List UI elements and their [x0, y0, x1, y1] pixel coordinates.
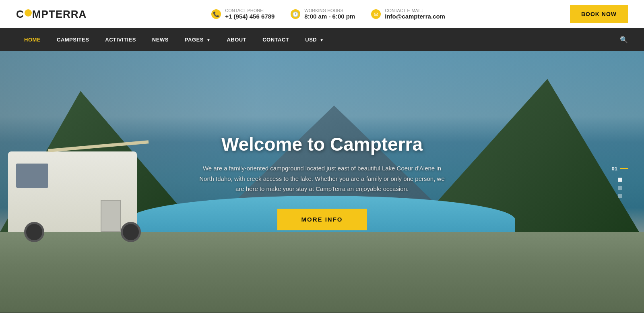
- search-icon[interactable]: 🔍: [620, 36, 628, 44]
- logo[interactable]: CMPTERRA: [16, 8, 87, 21]
- rv-awning: [48, 140, 149, 152]
- hero-title: Welcome to Campterra: [197, 133, 447, 155]
- nav-item-usd[interactable]: USD ▼: [297, 29, 332, 50]
- rv-vehicle: [0, 103, 153, 244]
- hero-content: Welcome to Campterra We are a family-ori…: [197, 133, 447, 230]
- slide-dot-2[interactable]: [618, 186, 622, 190]
- nav-link-activities[interactable]: ACTIVITIES: [97, 29, 144, 50]
- hours-text: Working hours: 8:00 am - 6:00 pm: [304, 8, 355, 20]
- nav-item-home[interactable]: HOME: [16, 29, 49, 50]
- email-text: Contact e-mail: info@campterra.com: [385, 8, 445, 20]
- book-now-button[interactable]: BOOK NOW: [570, 5, 628, 23]
- slide-indicators: 01: [612, 166, 628, 198]
- slide-dot-1[interactable]: [618, 178, 622, 182]
- nav-link-campsites[interactable]: CAMPSITES: [49, 29, 97, 50]
- nav-item-activities[interactable]: ACTIVITIES: [97, 29, 144, 50]
- nav-link-contact[interactable]: CONTACT: [254, 29, 297, 50]
- clock-icon: 🕐: [291, 9, 300, 19]
- hours-value: 8:00 am - 6:00 pm: [304, 13, 355, 20]
- nav-link-home[interactable]: HOME: [16, 29, 49, 50]
- phone-label: Contact phone:: [225, 8, 275, 13]
- more-info-button[interactable]: MORE INFO: [277, 209, 367, 230]
- usd-arrow-icon: ▼: [320, 38, 324, 42]
- email-info: ✉ Contact e-mail: info@campterra.com: [371, 8, 445, 20]
- rv-wheel-right: [121, 222, 141, 242]
- hero-section: Welcome to Campterra We are a family-ori…: [0, 51, 644, 313]
- navbar: HOME CAMPSITES ACTIVITIES NEWS PAGES ▼ A…: [0, 28, 644, 51]
- email-icon: ✉: [371, 9, 381, 19]
- phone-info: 📞 Contact phone: +1 (954) 456 6789: [211, 8, 275, 20]
- phone-text: Contact phone: +1 (954) 456 6789: [225, 8, 275, 20]
- hero-description: We are a family-oriented campground loca…: [197, 163, 447, 194]
- slide-dot-3[interactable]: [618, 194, 622, 198]
- slide-number: 01: [612, 166, 628, 172]
- nav-item-campsites[interactable]: CAMPSITES: [49, 29, 97, 50]
- nav-links: HOME CAMPSITES ACTIVITIES NEWS PAGES ▼ A…: [16, 29, 332, 50]
- hours-label: Working hours:: [304, 8, 355, 13]
- slide-line: [620, 168, 628, 169]
- nav-link-news[interactable]: NEWS: [144, 29, 177, 50]
- email-address: info@campterra.com: [385, 13, 445, 20]
- nav-item-pages[interactable]: PAGES ▼: [177, 29, 219, 50]
- nav-link-usd[interactable]: USD ▼: [297, 29, 332, 50]
- phone-icon: 📞: [211, 9, 221, 19]
- nav-item-about[interactable]: ABOUT: [219, 29, 254, 50]
- phone-number: +1 (954) 456 6789: [225, 13, 275, 20]
- pages-arrow-icon: ▼: [206, 38, 211, 42]
- nav-link-about[interactable]: ABOUT: [219, 29, 254, 50]
- rv-wheel-left: [24, 222, 44, 242]
- nav-link-pages[interactable]: PAGES ▼: [177, 29, 219, 50]
- logo-icon: [25, 9, 32, 17]
- top-bar: CMPTERRA 📞 Contact phone: +1 (954) 456 6…: [0, 0, 644, 28]
- rv-window: [16, 164, 48, 188]
- rv-body: [8, 151, 137, 232]
- top-info: 📞 Contact phone: +1 (954) 456 6789 🕐 Wor…: [87, 8, 570, 20]
- hours-info: 🕐 Working hours: 8:00 am - 6:00 pm: [291, 8, 355, 20]
- email-label: Contact e-mail:: [385, 8, 445, 13]
- ground: [0, 232, 644, 313]
- rv-door: [101, 200, 121, 232]
- nav-item-news[interactable]: NEWS: [144, 29, 177, 50]
- nav-item-contact[interactable]: CONTACT: [254, 29, 297, 50]
